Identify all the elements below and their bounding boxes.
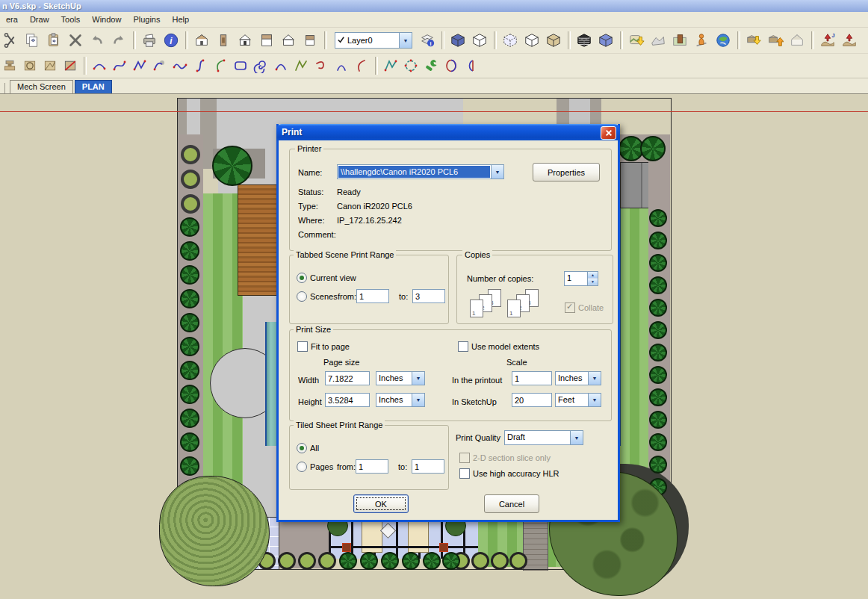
bz-polyt-icon[interactable]	[382, 57, 400, 75]
bz-polyg-icon[interactable]	[292, 57, 311, 75]
bz-cap-icon[interactable]	[332, 57, 351, 75]
sandbox-smoove-icon[interactable]	[840, 31, 860, 50]
chevron-down-icon[interactable]: ▼	[412, 372, 424, 385]
sandbox-from-icon[interactable]: J	[818, 31, 838, 50]
bz-free-icon[interactable]	[151, 57, 170, 75]
collate-checkbox[interactable]	[565, 302, 575, 313]
chevron-down-icon[interactable]: ▼	[399, 33, 412, 48]
scenes-from-input[interactable]	[356, 289, 389, 303]
ge-person-icon[interactable]	[692, 31, 712, 50]
title-bar[interactable]: n V6.skp - SketchUp	[0, 0, 868, 12]
bz-hook-icon[interactable]	[312, 57, 331, 75]
chevron-down-icon[interactable]: ▼	[412, 394, 424, 406]
stepper-arrows[interactable]: ▲▼	[587, 272, 598, 285]
style-shaded-icon[interactable]	[448, 31, 468, 50]
width-unit-select[interactable]: Inches ▼	[376, 371, 425, 385]
print-quality-select[interactable]: Draft ▼	[504, 430, 583, 445]
menu-help[interactable]: Help	[166, 13, 195, 25]
bz-int-icon[interactable]	[191, 57, 210, 75]
width-input[interactable]	[325, 371, 370, 385]
sb-drape-icon[interactable]	[21, 57, 40, 75]
sb-flip-icon[interactable]	[61, 57, 80, 75]
ge-terrain-icon[interactable]	[648, 31, 669, 50]
view-back-icon[interactable]	[279, 31, 299, 50]
bz-n-icon[interactable]	[111, 57, 129, 75]
current-view-radio[interactable]	[297, 273, 307, 283]
pages-to-input[interactable]	[412, 459, 444, 474]
menu-draw[interactable]: Draw	[24, 13, 55, 25]
sketchup-unit-select[interactable]: Feet ▼	[555, 393, 601, 407]
hlr-checkbox[interactable]	[459, 468, 470, 479]
close-icon[interactable]	[601, 126, 616, 140]
tab-mech-screen[interactable]: Mech Screen	[10, 80, 73, 93]
erase-icon[interactable]	[66, 31, 86, 50]
undo-icon[interactable]	[87, 31, 108, 50]
sb-detail-icon[interactable]	[41, 57, 60, 75]
ge-view-icon[interactable]	[627, 31, 647, 50]
bz-star-icon[interactable]	[402, 57, 421, 75]
pages-from-input[interactable]	[356, 459, 388, 474]
bz-half-icon[interactable]	[462, 57, 481, 75]
pages-radio[interactable]	[297, 462, 307, 472]
menu-era[interactable]: era	[0, 13, 24, 25]
printout-input[interactable]	[512, 371, 552, 385]
bz-rect-icon[interactable]	[232, 57, 250, 75]
ge-photo-icon[interactable]	[670, 31, 690, 50]
view-top-icon[interactable]	[257, 31, 277, 50]
ok-button[interactable]: OK	[353, 494, 409, 513]
bz-arc2-icon[interactable]	[272, 57, 291, 75]
style-wire-icon[interactable]	[470, 31, 490, 50]
layers-info-icon[interactable]: i	[418, 31, 438, 50]
sb-stamp-icon[interactable]	[1, 57, 19, 75]
redo-icon[interactable]	[109, 31, 129, 50]
menu-window[interactable]: Window	[86, 13, 127, 25]
section-slice-checkbox[interactable]	[459, 453, 470, 463]
menu-plugins[interactable]: Plugins	[127, 13, 166, 25]
dialog-titlebar[interactable]: Print	[276, 124, 620, 140]
copy-icon[interactable]	[22, 31, 43, 50]
bz-arcg-icon[interactable]	[211, 57, 230, 75]
style-mono-icon[interactable]	[574, 31, 595, 50]
fit-to-page-checkbox[interactable]	[297, 341, 308, 352]
properties-button[interactable]: Properties	[533, 163, 600, 181]
view-front-icon[interactable]	[235, 31, 255, 50]
chevron-down-icon[interactable]: ▼	[588, 372, 601, 385]
bz-arcr-icon[interactable]	[353, 57, 371, 75]
bz-spiral-icon[interactable]	[252, 57, 270, 75]
bz-ellipse-icon[interactable]	[442, 57, 461, 75]
style-blue-icon[interactable]	[596, 31, 616, 50]
bz-wrench-icon[interactable]	[422, 57, 441, 75]
model-canvas[interactable]: Print Printer Name: \\hallengdc\Canon iR…	[0, 94, 868, 599]
chevron-down-icon[interactable]: ▼	[588, 394, 601, 406]
stepper-down-icon[interactable]: ▼	[588, 279, 598, 285]
bz-zig-icon[interactable]	[131, 57, 149, 75]
wh-house-icon[interactable]	[787, 31, 807, 50]
style-hidden-icon[interactable]	[522, 31, 542, 50]
menu-tools[interactable]: Tools	[55, 13, 87, 25]
wh-share-icon[interactable]	[766, 31, 786, 50]
copies-stepper[interactable]: 1 ▲▼	[564, 271, 598, 286]
print-icon[interactable]	[140, 31, 160, 50]
view-iso-icon[interactable]	[192, 31, 212, 50]
scenes-to-input[interactable]	[412, 289, 445, 303]
chevron-down-icon[interactable]: ▼	[491, 165, 503, 179]
bz-arc-icon[interactable]	[90, 57, 109, 75]
cancel-button[interactable]: Cancel	[484, 494, 539, 513]
stepper-up-icon[interactable]: ▲	[588, 272, 598, 279]
model-info-icon[interactable]: i	[161, 31, 182, 50]
bz-wave-icon[interactable]	[171, 57, 190, 75]
ge-earth-icon[interactable]	[713, 31, 734, 50]
layer-select[interactable]: Layer0▼	[335, 32, 412, 49]
chevron-down-icon[interactable]: ▼	[570, 431, 583, 444]
paste-icon[interactable]	[44, 31, 64, 50]
style-textured-icon[interactable]	[544, 31, 564, 50]
style-xray-icon[interactable]	[500, 31, 521, 50]
scenes-radio[interactable]	[297, 291, 307, 302]
height-unit-select[interactable]: Inches ▼	[376, 393, 425, 407]
wh-get-icon[interactable]	[744, 31, 764, 50]
view-right-icon[interactable]	[300, 31, 320, 50]
cut-icon[interactable]	[1, 31, 21, 50]
all-pages-radio[interactable]	[297, 443, 307, 453]
printout-unit-select[interactable]: Inches ▼	[555, 371, 601, 385]
height-input[interactable]	[325, 393, 370, 407]
